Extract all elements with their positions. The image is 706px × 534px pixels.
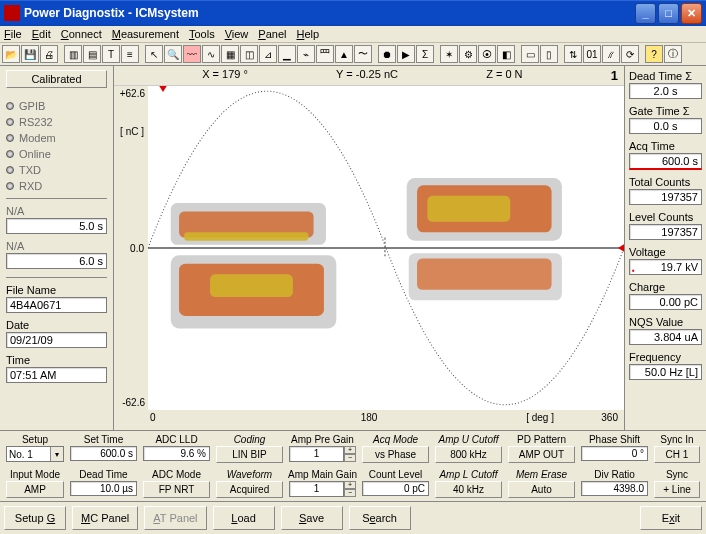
phase-shift-field[interactable]: 0 ° xyxy=(581,446,648,461)
time-field[interactable]: 07:51 AM xyxy=(6,367,107,383)
menu-view[interactable]: View xyxy=(225,28,249,40)
tb-chart1-icon[interactable]: 〰 xyxy=(183,45,201,63)
menu-connect[interactable]: Connect xyxy=(61,28,102,40)
waveform-button[interactable]: Acquired xyxy=(216,481,283,498)
stepper-up-icon[interactable]: + xyxy=(344,481,356,489)
mem-erase-button[interactable]: Auto xyxy=(508,481,575,498)
status-modem: Modem xyxy=(6,132,107,144)
tb-play-icon[interactable]: ▶ xyxy=(397,45,415,63)
exit-button[interactable]: Exit xyxy=(640,506,702,530)
menu-file[interactable]: File xyxy=(4,28,22,40)
nqs-field[interactable]: 3.804 uA xyxy=(629,329,702,345)
amp-l-cutoff-button[interactable]: 40 kHz xyxy=(435,481,502,498)
gate-time-sigma-field[interactable]: 0.0 s xyxy=(629,118,702,134)
tb-tool2-icon[interactable]: ⚙ xyxy=(459,45,477,63)
total-counts-field[interactable]: 197357 xyxy=(629,189,702,205)
tb-mode4-icon[interactable]: ⟳ xyxy=(621,45,639,63)
tb-wave-icon[interactable]: 〜 xyxy=(354,45,372,63)
tb-fft-icon[interactable]: ⺫ xyxy=(316,45,334,63)
tb-peak-icon[interactable]: ▲ xyxy=(335,45,353,63)
acq-mode-button[interactable]: vs Phase xyxy=(362,446,429,463)
na1-field[interactable]: 5.0 s xyxy=(6,218,107,234)
count-level-field[interactable]: 0 pC xyxy=(362,481,429,496)
setup-select[interactable]: No. 1▾ xyxy=(6,446,64,462)
freq-field[interactable]: 50.0 Hz [L] xyxy=(629,364,702,380)
filename-field[interactable]: 4B4A0671 xyxy=(6,297,107,313)
tb-mode3-icon[interactable]: ⫽ xyxy=(602,45,620,63)
tb-panel1-icon[interactable]: ▭ xyxy=(521,45,539,63)
tb-bars-icon[interactable]: ▁ xyxy=(278,45,296,63)
tb-panel2-icon[interactable]: ▯ xyxy=(540,45,558,63)
tb-text-icon[interactable]: T xyxy=(102,45,120,63)
tb-tool1-icon[interactable]: ✶ xyxy=(440,45,458,63)
date-field[interactable]: 09/21/09 xyxy=(6,332,107,348)
tb-grid-icon[interactable]: ▦ xyxy=(221,45,239,63)
menu-edit[interactable]: Edit xyxy=(32,28,51,40)
tb-mode2-icon[interactable]: 01 xyxy=(583,45,601,63)
tb-scope-icon[interactable]: ⌁ xyxy=(297,45,315,63)
load-button[interactable]: Load xyxy=(213,506,275,530)
tb-sigma-icon[interactable]: Σ xyxy=(416,45,434,63)
tb-cursor-icon[interactable]: ↖ xyxy=(145,45,163,63)
date-label: Date xyxy=(6,319,107,331)
tb-layout1-icon[interactable]: ▥ xyxy=(64,45,82,63)
mc-panel-button[interactable]: MC Panel xyxy=(72,506,138,530)
div-ratio-field[interactable]: 4398.0 xyxy=(581,481,648,496)
maximize-button[interactable]: □ xyxy=(658,3,679,24)
stepper-down-icon[interactable]: − xyxy=(344,489,356,497)
minimize-button[interactable]: _ xyxy=(635,3,656,24)
coding-label: Coding xyxy=(234,434,266,445)
acq-time-field[interactable]: 600.0 s xyxy=(629,153,702,170)
tb-help-icon[interactable]: ? xyxy=(645,45,663,63)
tb-layout2-icon[interactable]: ▤ xyxy=(83,45,101,63)
menu-panel[interactable]: Panel xyxy=(258,28,286,40)
pd-pattern-button[interactable]: AMP OUT xyxy=(508,446,575,463)
led-icon xyxy=(6,166,14,174)
tb-mode1-icon[interactable]: ⇅ xyxy=(564,45,582,63)
calibrated-button[interactable]: Calibrated xyxy=(6,70,107,88)
coding-button[interactable]: LIN BIP xyxy=(216,446,283,463)
tb-save-icon[interactable]: 💾 xyxy=(21,45,39,63)
search-button[interactable]: Search xyxy=(349,506,411,530)
amp-u-cutoff-button[interactable]: 800 kHz xyxy=(435,446,502,463)
tb-3d-icon[interactable]: ◫ xyxy=(240,45,258,63)
sync-in-button[interactable]: CH 1 xyxy=(654,446,700,463)
stepper-up-icon[interactable]: + xyxy=(344,446,356,454)
input-mode-button[interactable]: AMP xyxy=(6,481,64,498)
tb-print-icon[interactable]: 🖨 xyxy=(40,45,58,63)
dead-time-field[interactable]: 10.0 µs xyxy=(70,481,137,496)
charge-field[interactable]: 0.00 pC xyxy=(629,294,702,310)
menu-measurement[interactable]: Measurement xyxy=(112,28,179,40)
stepper-down-icon[interactable]: − xyxy=(344,454,356,462)
mem-erase-label: Mem Erase xyxy=(516,469,567,480)
set-time-field[interactable]: 600.0 s xyxy=(70,446,137,461)
sync-button[interactable]: + Line xyxy=(654,481,700,498)
menu-tools[interactable]: Tools xyxy=(189,28,215,40)
voltage-field[interactable]: ▪19.7 kV xyxy=(629,259,702,275)
close-button[interactable]: ✕ xyxy=(681,3,702,24)
tb-tool3-icon[interactable]: ⦿ xyxy=(478,45,496,63)
tb-sine-icon[interactable]: ∿ xyxy=(202,45,220,63)
setup-g-button[interactable]: Setup G xyxy=(4,506,66,530)
adc-lld-field[interactable]: 9.6 % xyxy=(143,446,210,461)
dead-time-sigma-field[interactable]: 2.0 s xyxy=(629,83,702,99)
tb-hist-icon[interactable]: ⊿ xyxy=(259,45,277,63)
amp-main-gain-stepper[interactable]: 1 +− xyxy=(289,481,356,497)
cursor-marker-right-icon[interactable] xyxy=(618,243,624,253)
left-panel: Calibrated GPIB RS232 Modem Online TXD R… xyxy=(0,66,114,430)
menu-help[interactable]: Help xyxy=(296,28,319,40)
na2-field[interactable]: 6.0 s xyxy=(6,253,107,269)
tb-rec-icon[interactable]: ⏺ xyxy=(378,45,396,63)
save-button[interactable]: Save xyxy=(281,506,343,530)
adc-mode-button[interactable]: FP NRT xyxy=(143,481,210,498)
tb-tool4-icon[interactable]: ◧ xyxy=(497,45,515,63)
plot-canvas[interactable] xyxy=(148,86,624,410)
tb-list-icon[interactable]: ≡ xyxy=(121,45,139,63)
tb-zoom-icon[interactable]: 🔍 xyxy=(164,45,182,63)
cursor-marker-top-icon[interactable] xyxy=(158,86,168,92)
at-panel-button[interactable]: AT Panel xyxy=(144,506,206,530)
tb-open-icon[interactable]: 📂 xyxy=(2,45,20,63)
level-counts-field[interactable]: 197357 xyxy=(629,224,702,240)
amp-pre-gain-stepper[interactable]: 1 +− xyxy=(289,446,356,462)
tb-info-icon[interactable]: ⓘ xyxy=(664,45,682,63)
